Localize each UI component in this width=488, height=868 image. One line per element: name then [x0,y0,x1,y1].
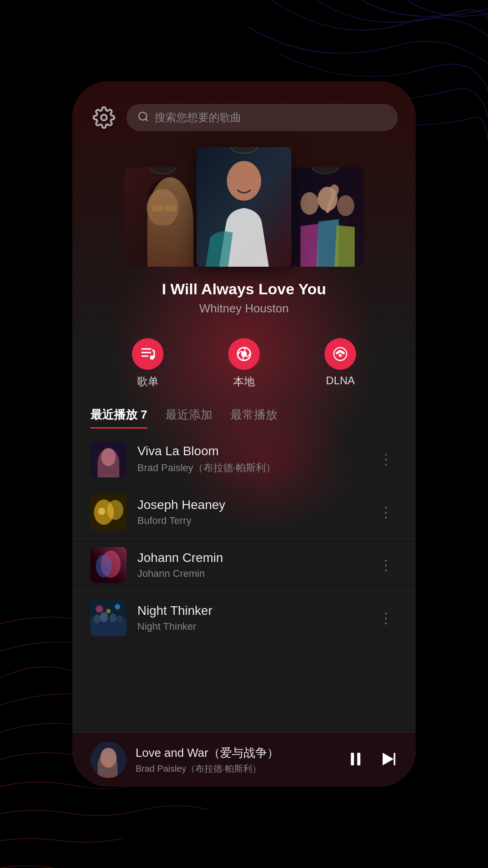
svg-point-43 [100,612,108,622]
song-row-4[interactable]: Night Thinker Night Thinker ⋮ [72,592,416,645]
svg-rect-20 [141,348,151,349]
search-placeholder: 搜索您想要的歌曲 [155,110,241,125]
screen: 搜索您想要的歌曲 [72,81,416,787]
svg-rect-54 [394,753,395,765]
song-name-2: Joseph Heaney [137,498,363,512]
album-card-left[interactable] [124,167,201,267]
more-button-3[interactable]: ⋮ [374,552,398,578]
song-name-1: Viva La Bloom [137,444,363,458]
svg-point-42 [94,614,101,623]
svg-point-19 [330,184,339,195]
svg-rect-52 [357,753,361,765]
now-playing-title: Love and War（爱与战争） [136,745,337,761]
album-card-right[interactable] [287,167,364,267]
svg-line-3 [145,119,148,121]
pause-button[interactable] [346,750,365,770]
song-meta-2: Joseph Heaney Buford Terry [137,498,363,527]
svg-rect-49 [90,742,127,778]
svg-rect-37 [90,547,127,583]
svg-rect-7 [152,205,163,212]
album-carousel [72,140,416,276]
tab-added[interactable]: 最近添加 [165,407,212,429]
top-bar: 搜索您想要的歌曲 [72,81,416,140]
svg-marker-53 [383,753,394,765]
tab-frequent-label: 最常播放 [230,408,277,421]
svg-rect-51 [351,753,354,765]
tab-recent-count: 7 [141,408,147,421]
song-meta-1: Viva La Bloom Brad Paisley（布拉德·帕斯利） [137,444,363,475]
search-bar[interactable]: 搜索您想要的歌曲 [127,104,398,131]
more-button-1[interactable]: ⋮ [374,446,398,472]
song-row-3[interactable]: Johann Cremin Johann Cremin ⋮ [72,539,416,592]
svg-point-48 [106,609,111,613]
svg-point-2 [139,112,146,120]
song-artist-3: Johann Cremin [137,568,363,580]
song-title: I Will Always Love You [90,280,398,298]
song-artist-4: Night Thinker [137,621,363,632]
now-playing-meta: Love and War（爱与战争） Brad Paisley（布拉德·帕斯利） [136,745,337,775]
song-info: I Will Always Love You Whitney Houston [72,276,416,329]
svg-point-17 [337,195,354,216]
svg-point-1 [101,115,107,121]
song-row-2[interactable]: Joseph Heaney Buford Terry ⋮ [72,486,416,539]
search-icon [137,111,149,124]
song-artist: Whitney Houston [90,302,398,316]
song-meta-3: Johann Cremin Johann Cremin [137,551,363,580]
next-button[interactable] [379,750,398,770]
playlist-icon-circle [132,338,164,370]
now-playing-thumb [90,742,127,778]
song-list: Viva La Bloom Brad Paisley（布拉德·帕斯利） ⋮ Jo… [72,429,416,732]
song-artist-1: Brad Paisley（布拉德·帕斯利） [137,461,363,475]
nav-icons: 歌单 本地 [72,329,416,402]
nav-local[interactable]: 本地 [228,338,260,389]
more-button-4[interactable]: ⋮ [374,605,398,631]
nav-local-label: 本地 [233,374,255,389]
tabs-bar: 最近播放 7 最近添加 最常播放 [72,402,416,429]
svg-point-38 [101,551,121,578]
svg-point-32 [101,448,116,466]
now-playing-artist: Brad Paisley（布拉德·帕斯利） [136,763,337,775]
song-meta-4: Night Thinker Night Thinker [137,604,363,632]
svg-rect-8 [165,205,176,212]
dlna-icon-circle [324,338,356,370]
song-name-4: Night Thinker [137,604,363,618]
tab-added-label: 最近添加 [165,408,212,421]
nav-dlna-label: DLNA [326,374,355,387]
more-button-2[interactable]: ⋮ [374,499,398,525]
album-card-center[interactable] [197,147,291,267]
svg-point-6 [147,189,178,227]
now-playing-bar[interactable]: Love and War（爱与战争） Brad Paisley（布拉德·帕斯利） [72,732,416,787]
svg-point-12 [227,161,261,201]
song-thumb-2 [90,494,127,530]
svg-point-50 [100,748,117,768]
tab-recent[interactable]: 最近播放 7 [90,407,147,429]
svg-point-30 [339,354,342,357]
tab-recent-label: 最近播放 [90,408,137,421]
svg-point-39 [96,555,112,577]
player-controls [346,750,398,770]
local-icon-circle [228,338,260,370]
song-name-3: Johann Cremin [137,551,363,565]
song-thumb-4 [90,600,127,636]
svg-point-45 [117,615,123,623]
svg-point-35 [107,500,123,520]
svg-rect-22 [141,355,148,357]
song-row-1[interactable]: Viva La Bloom Brad Paisley（布拉德·帕斯利） ⋮ [72,433,416,486]
phone-shell: 搜索您想要的歌曲 [72,81,416,787]
song-thumb-3 [90,547,127,583]
svg-point-36 [98,508,105,515]
svg-point-46 [96,605,103,613]
song-artist-2: Buford Terry [137,515,363,527]
svg-point-15 [300,192,319,215]
song-thumb-1 [90,441,127,477]
nav-playlist-label: 歌单 [137,374,159,389]
settings-button[interactable] [90,104,117,131]
nav-playlist[interactable]: 歌单 [132,338,164,389]
tab-frequent[interactable]: 最常播放 [230,407,277,429]
svg-point-47 [115,604,120,609]
svg-point-44 [109,613,117,623]
svg-rect-5 [124,167,201,267]
svg-rect-31 [90,441,127,477]
nav-dlna[interactable]: DLNA [324,338,356,389]
svg-rect-21 [141,352,151,353]
